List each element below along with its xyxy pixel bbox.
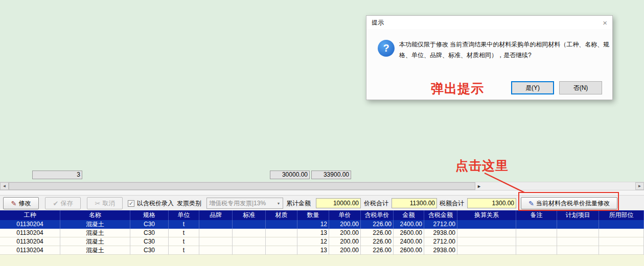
table-cell[interactable] <box>266 237 297 246</box>
column-header[interactable]: 换算关系 <box>457 210 516 220</box>
table-cell[interactable] <box>199 237 233 246</box>
table-cell[interactable]: 混凝土 <box>60 246 130 255</box>
table-cell[interactable]: C30 <box>130 229 169 237</box>
table-cell[interactable]: 01130204 <box>0 237 60 246</box>
table-cell[interactable]: 2938.00 <box>424 229 457 237</box>
invoice-type-select[interactable]: 增值税专用发票|13% ▼ <box>206 198 283 209</box>
column-header[interactable]: 所用部位 <box>599 210 644 220</box>
table-cell[interactable] <box>599 220 644 229</box>
table-cell[interactable] <box>557 246 599 255</box>
modify-button[interactable]: ✎ 修改 <box>3 197 39 209</box>
column-header[interactable]: 品牌 <box>199 210 233 220</box>
no-button[interactable]: 否(N) <box>559 81 602 94</box>
table-cell[interactable] <box>516 246 557 255</box>
batch-modify-button[interactable]: ✎ 当前材料含税单价批量修改 <box>521 197 617 209</box>
table-cell[interactable] <box>516 220 557 229</box>
table-cell[interactable] <box>233 229 266 237</box>
column-header[interactable]: 规格 <box>130 210 169 220</box>
table-cell[interactable]: 混凝土 <box>60 237 130 246</box>
table-cell[interactable]: C30 <box>130 246 169 255</box>
scroll-right-icon[interactable]: ► <box>635 182 644 190</box>
table-cell[interactable]: 2938.00 <box>424 246 457 255</box>
column-header[interactable]: 名称 <box>60 210 130 220</box>
horizontal-scrollbar[interactable]: ◄ ► ► <box>0 182 644 190</box>
table-cell[interactable]: t <box>169 246 199 255</box>
table-row[interactable]: 01130204混凝土C30t13200.00226.002600.002938… <box>0 229 644 237</box>
tax-total-field[interactable] <box>467 198 516 208</box>
table-cell[interactable]: t <box>169 220 199 229</box>
table-row[interactable]: 01130204混凝土C30t13200.00226.002600.002938… <box>0 246 644 255</box>
table-cell[interactable]: 200.00 <box>329 220 361 229</box>
table-cell[interactable] <box>516 229 557 237</box>
table-cell[interactable] <box>599 246 644 255</box>
table-cell[interactable] <box>266 220 297 229</box>
column-header[interactable]: 单位 <box>169 210 199 220</box>
cumulative-amount-field[interactable] <box>316 198 361 208</box>
table-cell[interactable] <box>266 246 297 255</box>
price-tax-total-field[interactable] <box>392 198 437 208</box>
table-cell[interactable] <box>199 229 233 237</box>
cancel-button[interactable]: ✂ 取消 <box>87 197 123 209</box>
column-header[interactable]: 含税金额 <box>424 210 457 220</box>
table-cell[interactable] <box>457 220 516 229</box>
table-cell[interactable]: 2600.00 <box>394 229 424 237</box>
column-header[interactable]: 备注 <box>516 210 557 220</box>
table-cell[interactable]: 01130204 <box>0 229 60 237</box>
column-header[interactable]: 计划项目 <box>557 210 599 220</box>
scroll-left-icon[interactable]: ◄ <box>0 182 9 190</box>
table-cell[interactable]: 226.00 <box>361 237 394 246</box>
table-cell[interactable]: 226.00 <box>361 246 394 255</box>
table-cell[interactable] <box>266 229 297 237</box>
table-cell[interactable] <box>599 229 644 237</box>
table-cell[interactable]: 226.00 <box>361 220 394 229</box>
table-cell[interactable]: 200.00 <box>329 246 361 255</box>
table-cell[interactable] <box>233 246 266 255</box>
table-cell[interactable] <box>557 237 599 246</box>
close-icon[interactable]: × <box>603 19 607 27</box>
table-cell[interactable] <box>199 220 233 229</box>
table-cell[interactable] <box>233 220 266 229</box>
table-row[interactable]: 01130204混凝土C30t12200.00226.002400.002712… <box>0 220 644 229</box>
table-row[interactable]: 01130204混凝土C30t12200.00226.002400.002712… <box>0 237 644 246</box>
table-cell[interactable]: 12 <box>297 237 329 246</box>
table-cell[interactable] <box>457 229 516 237</box>
table-cell[interactable]: 13 <box>297 246 329 255</box>
scrollbar-thumb[interactable] <box>9 182 475 190</box>
table-cell[interactable]: 200.00 <box>329 237 361 246</box>
table-cell[interactable] <box>457 237 516 246</box>
table-cell[interactable] <box>457 246 516 255</box>
table-cell[interactable]: 13 <box>297 229 329 237</box>
table-cell[interactable] <box>557 220 599 229</box>
tax-entry-checkbox[interactable]: ✓ <box>128 200 134 207</box>
column-header[interactable]: 含税单价 <box>361 210 394 220</box>
table-cell[interactable]: 2400.00 <box>394 237 424 246</box>
save-button[interactable]: ✔ 保存 <box>45 197 81 209</box>
table-cell[interactable]: 200.00 <box>329 229 361 237</box>
table-cell[interactable]: 混凝土 <box>60 229 130 237</box>
table-cell[interactable]: 混凝土 <box>60 220 130 229</box>
table-cell[interactable]: 226.00 <box>361 229 394 237</box>
table-cell[interactable] <box>199 246 233 255</box>
table-cell[interactable] <box>516 237 557 246</box>
table-cell[interactable]: C30 <box>130 237 169 246</box>
table-cell[interactable] <box>557 229 599 237</box>
table-cell[interactable] <box>599 237 644 246</box>
column-header[interactable]: 金额 <box>394 210 424 220</box>
table-cell[interactable]: 2712.00 <box>424 220 457 229</box>
column-header[interactable]: 数量 <box>297 210 329 220</box>
yes-button[interactable]: 是(Y) <box>511 81 554 94</box>
table-cell[interactable]: 2400.00 <box>394 220 424 229</box>
table-cell[interactable]: t <box>169 237 199 246</box>
table-cell[interactable]: 2712.00 <box>424 237 457 246</box>
column-header[interactable]: 材质 <box>266 210 297 220</box>
table-cell[interactable]: 2600.00 <box>394 246 424 255</box>
column-header[interactable]: 标准 <box>233 210 266 220</box>
table-cell[interactable]: t <box>169 229 199 237</box>
table-cell[interactable]: 01130204 <box>0 246 60 255</box>
table-cell[interactable]: C30 <box>130 220 169 229</box>
table-cell[interactable] <box>233 237 266 246</box>
column-header[interactable]: 单价 <box>329 210 361 220</box>
column-header[interactable]: 工种 <box>0 210 60 220</box>
table-cell[interactable]: 12 <box>297 220 329 229</box>
chevron-down-icon[interactable]: ▼ <box>274 202 283 205</box>
